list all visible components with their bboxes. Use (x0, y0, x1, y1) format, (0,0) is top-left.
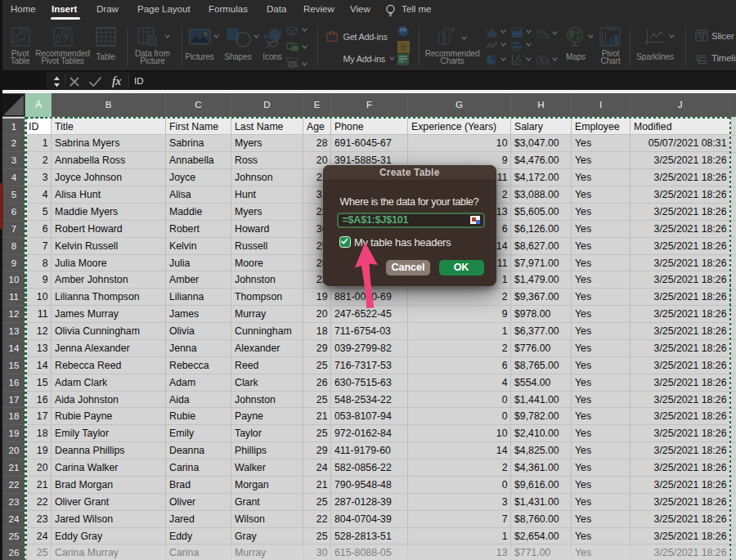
svg-text:?: ? (63, 33, 70, 45)
svg-text:?: ? (450, 27, 456, 36)
